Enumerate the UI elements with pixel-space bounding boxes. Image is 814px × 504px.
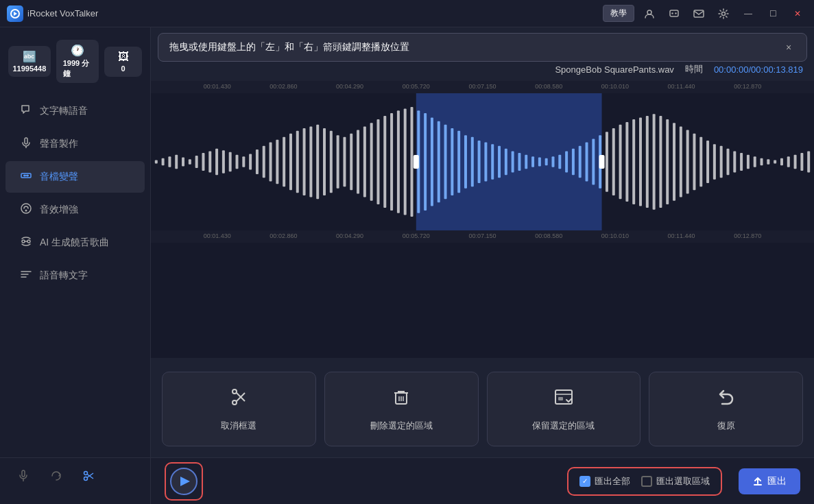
- export-all-checkbox[interactable]: ✓ 匯出全部: [579, 475, 630, 488]
- svg-rect-123: [599, 155, 605, 169]
- sidebar-item-sound-enhance[interactable]: 音效增強: [5, 194, 145, 226]
- svg-rect-27: [175, 155, 178, 169]
- svg-rect-58: [383, 116, 386, 208]
- text-to-speech-icon: [19, 104, 33, 119]
- content-area: 拖曳或使用鍵盤上的「左」和「右」箭頭鍵調整播放位置 × SpongeBob Sq…: [151, 27, 814, 504]
- user-icon[interactable]: [640, 4, 659, 23]
- undo-icon: [715, 386, 737, 413]
- svg-rect-87: [579, 146, 582, 178]
- export-icon: [752, 476, 763, 487]
- file-name: SpongeBob SquarePants.wav: [555, 64, 673, 75]
- play-triangle-icon: [180, 477, 190, 486]
- sidebar-item-text-to-speech-label: 文字轉語音: [40, 105, 88, 117]
- logo-icon: [7, 5, 23, 22]
- discord-icon[interactable]: [665, 4, 684, 23]
- microphone-icon[interactable]: [14, 466, 33, 489]
- chars-value: 11995448: [12, 64, 46, 73]
- chars-icon: 🔤: [23, 50, 36, 63]
- svg-rect-119: [794, 155, 797, 169]
- export-selection-check: [641, 476, 652, 487]
- app-logo: iRocket VoxTalker: [7, 5, 603, 22]
- svg-rect-24: [155, 160, 158, 163]
- svg-rect-49: [323, 128, 326, 195]
- svg-rect-117: [780, 158, 783, 165]
- sidebar-item-ai-rap[interactable]: AI 生成饒舌歌曲: [5, 227, 145, 259]
- voice-change-icon: [19, 169, 33, 184]
- sidebar-item-ai-rap-label: AI 生成饒舌歌曲: [40, 237, 109, 249]
- svg-rect-94: [625, 122, 628, 202]
- mail-icon[interactable]: [689, 4, 708, 23]
- svg-rect-79: [525, 155, 527, 169]
- keep-selected-button[interactable]: 保留選定的區域: [487, 372, 641, 446]
- sidebar-item-voice-production[interactable]: 聲音製作: [5, 128, 145, 160]
- svg-rect-33: [215, 149, 218, 176]
- svg-rect-46: [303, 128, 306, 195]
- cancel-select-button[interactable]: 取消框選: [162, 372, 316, 446]
- svg-rect-113: [754, 156, 756, 167]
- scissors-icon[interactable]: [80, 466, 99, 489]
- undo-label: 復原: [717, 420, 735, 432]
- undo-button[interactable]: 復原: [649, 372, 803, 446]
- tooltip-close-button[interactable]: ×: [782, 40, 795, 54]
- keep-selected-label: 保留選定的區域: [532, 420, 595, 432]
- export-all-label: 匯出全部: [595, 475, 630, 488]
- play-btn-inner: [170, 468, 197, 495]
- svg-rect-28: [182, 158, 184, 167]
- delete-selected-button[interactable]: 刪除選定的區域: [324, 372, 479, 446]
- svg-rect-102: [680, 126, 682, 197]
- svg-rect-106: [706, 141, 709, 183]
- svg-rect-31: [202, 153, 204, 171]
- maximize-button[interactable]: ☐: [763, 4, 782, 23]
- minutes-icon: 🕐: [71, 44, 84, 57]
- timeline-bottom: 00:01.43000:02.86000:04.29000:05.72000:0…: [151, 230, 814, 243]
- export-options: ✓ 匯出全部 匯出選取區域: [567, 467, 722, 496]
- svg-rect-77: [512, 152, 514, 173]
- minutes-value: 1999 分鐘: [63, 58, 92, 79]
- svg-rect-35: [229, 152, 232, 171]
- svg-rect-120: [800, 153, 803, 171]
- waveform-container[interactable]: 00:01.43000:02.86000:04.29000:05.72000:0…: [151, 81, 814, 358]
- svg-rect-75: [498, 146, 501, 178]
- svg-rect-61: [404, 109, 407, 215]
- export-button[interactable]: 匯出: [739, 468, 800, 494]
- sidebar-item-sound-enhance-label: 音效增強: [40, 204, 78, 216]
- svg-rect-64: [424, 113, 427, 211]
- svg-rect-36: [236, 155, 239, 169]
- svg-rect-54: [357, 130, 359, 194]
- svg-rect-84: [558, 155, 561, 169]
- export-all-check: ✓: [579, 476, 590, 487]
- svg-rect-2: [670, 10, 678, 16]
- svg-rect-68: [451, 128, 453, 195]
- svg-rect-109: [726, 149, 729, 176]
- export-selection-checkbox[interactable]: 匯出選取區域: [641, 475, 710, 488]
- sidebar-item-text-to-speech[interactable]: 文字轉語音: [5, 95, 145, 127]
- svg-rect-57: [376, 119, 379, 204]
- svg-point-12: [27, 175, 29, 177]
- sidebar-item-speech-to-text-label: 語音轉文字: [40, 269, 88, 282]
- svg-point-16: [27, 240, 30, 243]
- bottom-bar: ✓ 匯出全部 匯出選取區域 匯出: [151, 457, 814, 504]
- svg-rect-103: [686, 130, 689, 194]
- svg-rect-52: [343, 137, 346, 187]
- svg-rect-67: [444, 125, 447, 199]
- svg-rect-108: [720, 146, 723, 178]
- tutorial-button[interactable]: 教學: [603, 5, 634, 22]
- svg-rect-34: [222, 150, 225, 173]
- close-button[interactable]: ✕: [788, 4, 807, 23]
- svg-rect-32: [208, 152, 211, 173]
- minimize-button[interactable]: —: [739, 4, 758, 23]
- edit-buttons-grid: 取消框選 刪除選定的區域: [151, 361, 814, 457]
- svg-point-125: [232, 400, 237, 405]
- time-value: 00:00:00/00:00:13.819: [714, 64, 803, 75]
- svg-rect-110: [733, 152, 736, 173]
- waveform-canvas[interactable]: [151, 93, 814, 230]
- settings-icon[interactable]: [714, 4, 733, 23]
- svg-point-4: [675, 12, 676, 14]
- play-button[interactable]: [165, 462, 203, 501]
- svg-point-3: [671, 12, 673, 14]
- sidebar-item-voice-change[interactable]: 音檔變聲: [5, 161, 145, 193]
- loop-icon[interactable]: [47, 466, 66, 489]
- svg-rect-44: [289, 134, 292, 191]
- svg-rect-81: [538, 158, 541, 167]
- sidebar-item-speech-to-text[interactable]: 語音轉文字: [5, 260, 145, 291]
